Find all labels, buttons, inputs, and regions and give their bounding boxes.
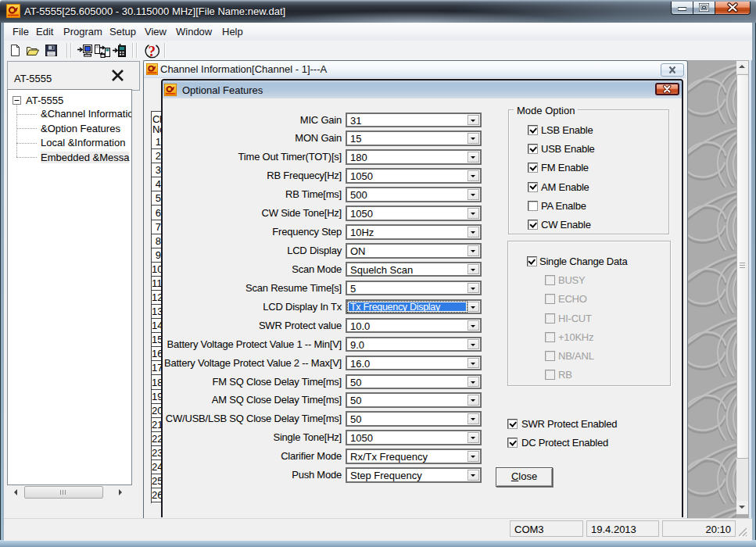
svg-text:?: ? [148, 44, 156, 59]
